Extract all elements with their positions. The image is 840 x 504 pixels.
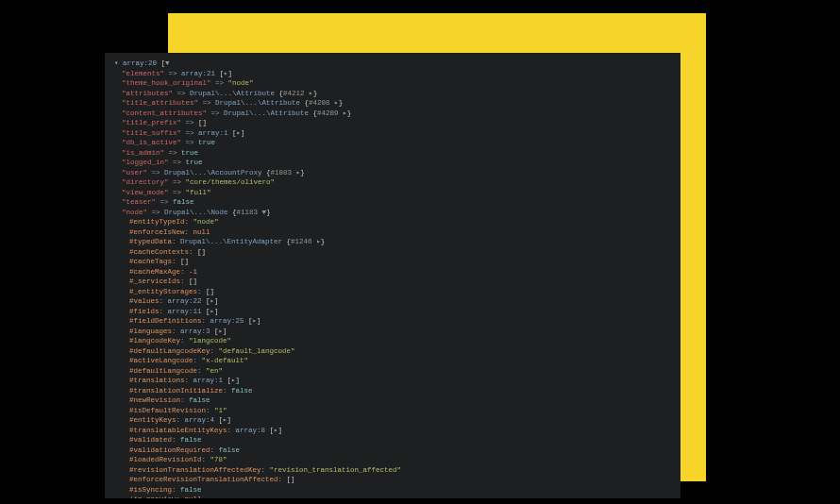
dump-prop: #defaultLangcode: "en" [114,366,671,377]
dump-prop: +in_preview: null [114,495,671,498]
dump-prop: #loadedRevisionId: "78" [114,455,671,465]
dump-prop: #validationRequired: false [114,445,671,456]
dump-prop: #isDefaultRevision: "1" [114,406,671,416]
dump-prop[interactable]: #fields: array:11 [▸] [114,307,671,317]
dump-row: "logged_in" => true [114,158,671,168]
dump-panel: ▾ array:20 [▼ "elements" => array:21 [▸]… [105,53,680,498]
dump-prop: #langcodeKey: "langcode" [114,336,671,346]
dump-row[interactable]: "title_suffix" => array:1 [▸] [114,128,671,139]
dump-row: "db_is_active" => true [114,138,671,148]
dump-prop: #_entityStorages: [] [114,287,671,297]
dump-prop: #enforceIsNew: null [114,227,671,238]
dump-prop: #validated: false [114,435,671,445]
dump-row[interactable]: "node" => Drupal\...\Node {#1183 ▼} [114,208,671,218]
dump-prop: #isSyncing: false [114,485,671,496]
dump-prop: #defaultLangcodeKey: "default_langcode" [114,346,671,357]
dump-row[interactable]: "elements" => array:21 [▸] [114,69,671,79]
dump-prop: #translationInitialize: false [114,386,671,396]
dump-row[interactable]: "content_attributes" => Drupal\...\Attri… [114,109,671,119]
dump-prop: #_serviceIds: [] [114,277,671,287]
dump-prop: #entityTypeId: "node" [114,217,671,227]
dump-row[interactable]: "title_attributes" => Drupal\...\Attribu… [114,98,671,109]
dump-row[interactable]: "user" => Drupal\...\AccountProxy {#1083… [114,168,671,178]
dump-prop: #enforceRevisionTranslationAffected: [] [114,475,671,485]
dump-prop: #newRevision: false [114,395,671,406]
dump-row: "theme_hook_original" => "node" [114,78,671,89]
dump-row: "title_prefix" => [] [114,118,671,128]
dump-prop[interactable]: #entityKeys: array:4 [▸] [114,415,671,426]
dump-row[interactable]: "attributes" => Drupal\...\Attribute {#4… [114,89,671,99]
dump-prop: #cacheTags: [] [114,257,671,267]
dump-prop[interactable]: #translations: array:1 [▸] [114,376,671,386]
dump-prop[interactable]: #typedData: Drupal\...\EntityAdapter {#1… [114,237,671,247]
dump-row: "view_mode" => "full" [114,188,671,198]
dump-prop: #revisionTranslationAffectedKey: "revisi… [114,465,671,476]
dump-root[interactable]: ▾ array:20 [▼ [114,59,671,69]
dump-prop: #cacheContexts: [] [114,247,671,258]
dump-prop[interactable]: #languages: array:3 [▸] [114,327,671,337]
dump-row: "is_admin" => true [114,148,671,159]
dump-row: "directory" => "core/themes/olivero" [114,177,671,188]
dump-prop[interactable]: #values: array:22 [▸] [114,296,671,307]
dump-prop[interactable]: #fieldDefinitions: array:25 [▸] [114,316,671,327]
dump-prop: #cacheMaxAge: -1 [114,267,671,277]
dump-prop: #activeLangcode: "x-default" [114,356,671,366]
dump-row: "teaser" => false [114,197,671,208]
dump-prop[interactable]: #translatableEntityKeys: array:8 [▸] [114,426,671,436]
